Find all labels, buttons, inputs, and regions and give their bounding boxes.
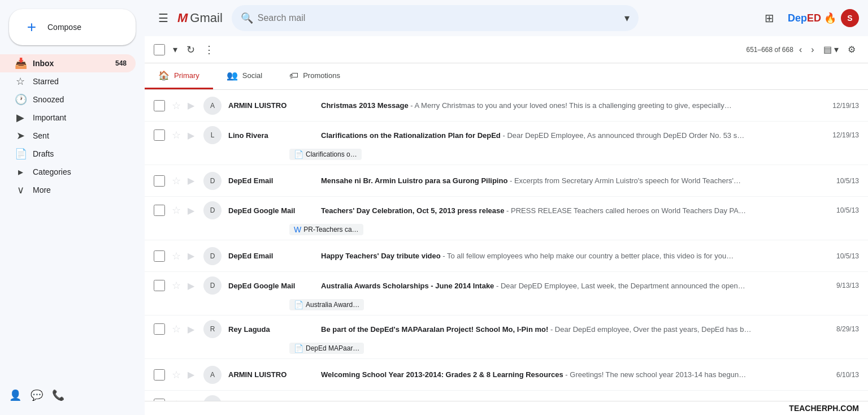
email-body: Welcoming School Year 2013-2014: Grades … xyxy=(321,370,830,379)
important-marker-icon[interactable]: ▶ xyxy=(188,250,194,261)
email-checkbox[interactable] xyxy=(154,100,165,111)
star-icon[interactable]: ☆ xyxy=(172,175,181,187)
email-attachment-row: 📄 Clarifications o… xyxy=(154,146,859,160)
sidebar-item-more[interactable]: ∨ More xyxy=(0,181,136,199)
refresh-button[interactable]: ↻ xyxy=(183,40,198,59)
select-all-checkbox[interactable] xyxy=(154,44,165,55)
email-checkbox[interactable] xyxy=(154,175,165,187)
prev-page-button[interactable]: ‹ xyxy=(796,41,805,58)
avatar: R xyxy=(203,320,222,338)
phone-icon[interactable]: 📞 xyxy=(52,389,64,401)
sidebar-item-categories[interactable]: ▸ Categories xyxy=(0,163,136,181)
sidebar-item-label: Important xyxy=(33,113,66,122)
select-dropdown-button[interactable]: ▾ xyxy=(170,41,181,58)
important-marker-icon[interactable]: ▶ xyxy=(188,369,194,380)
email-date: 9/13/13 xyxy=(836,282,859,289)
avatar: L xyxy=(203,126,222,144)
categories-icon: ▸ xyxy=(15,166,26,178)
important-marker-icon[interactable]: ▶ xyxy=(188,280,194,291)
email-row-main: ☆ ▶ D DepEd Email Mensahe ni Br. Armin L… xyxy=(154,172,859,190)
email-body: Christmas 2013 Message - A Merry Christm… xyxy=(321,101,826,110)
apps-button[interactable]: ⊞ xyxy=(760,7,779,29)
starred-icon: ☆ xyxy=(15,75,26,88)
star-icon[interactable]: ☆ xyxy=(172,323,181,335)
tab-promotions[interactable]: 🏷 Promotions xyxy=(276,63,354,89)
star-icon[interactable]: ☆ xyxy=(172,100,181,112)
email-row[interactable]: ☆ ▶ D DepEd Google Mail Australia Awards… xyxy=(145,272,868,315)
important-marker-icon[interactable]: ▶ xyxy=(188,324,194,335)
important-marker-icon[interactable]: ▶ xyxy=(188,205,194,216)
attachment-chip[interactable]: W PR-Teachers ca… xyxy=(289,224,363,235)
settings-button[interactable]: ⚙ xyxy=(844,41,859,58)
search-input[interactable] xyxy=(258,13,620,23)
tab-primary[interactable]: 🏠 Primary xyxy=(145,63,213,89)
attachment-name: PR-Teachers ca… xyxy=(303,226,358,234)
star-icon[interactable]: ☆ xyxy=(172,129,181,141)
sidebar-item-drafts[interactable]: 📄 Drafts xyxy=(0,145,136,163)
email-preview: - Excerpts from Secretary Armin Luistro'… xyxy=(510,176,741,185)
drafts-icon: 📄 xyxy=(15,148,26,160)
star-icon[interactable]: ☆ xyxy=(172,204,181,217)
email-date: 10/5/13 xyxy=(836,206,859,214)
email-row-main: ☆ ▶ L Lino Rivera Clarifications on the … xyxy=(154,126,859,144)
email-checkbox[interactable] xyxy=(154,280,165,291)
more-options-button[interactable]: ⋮ xyxy=(201,40,218,59)
view-toggle-button[interactable]: ▤ ▾ xyxy=(820,41,842,58)
email-row[interactable]: ☆ ▶ A ARMIN LUISTRO 2013 Graduation Mess… xyxy=(145,391,868,401)
sidebar-item-starred[interactable]: ☆ Starred xyxy=(0,72,136,90)
chat-icon[interactable]: 💬 xyxy=(31,389,43,401)
search-bar[interactable]: 🔍 ▾ xyxy=(232,5,639,31)
email-checkbox[interactable] xyxy=(154,323,165,335)
pdf-icon: 📄 xyxy=(294,150,303,159)
email-attachment-row: 📄 Australia Award… xyxy=(154,297,859,310)
email-date: 12/19/13 xyxy=(832,102,859,110)
sidebar-item-sent[interactable]: ➤ Sent xyxy=(0,127,136,145)
sidebar: + Compose 📥 Inbox 548 ☆ Starred 🕐 Snooze… xyxy=(0,0,145,415)
email-subject: Be part of the DepEd's MAPAaralan Projec… xyxy=(321,325,548,334)
important-marker-icon[interactable]: ▶ xyxy=(188,130,194,141)
avatar: A xyxy=(203,366,222,384)
email-checkbox[interactable] xyxy=(154,129,165,141)
email-row[interactable]: ☆ ▶ D DepEd Email Happy Teachers' Day tr… xyxy=(145,240,868,272)
email-checkbox[interactable] xyxy=(154,250,165,262)
gmail-m-icon: M xyxy=(177,11,188,25)
attachment-chip[interactable]: 📄 DepEd MAPaar… xyxy=(289,343,364,354)
main-content: ▾ ↻ ⋮ 651–668 of 668 ‹ › ▤ ▾ ⚙ 🏠 Prima xyxy=(145,36,868,415)
more-icon: ∨ xyxy=(15,184,26,196)
sidebar-item-snoozed[interactable]: 🕐 Snoozed xyxy=(0,90,136,109)
email-subject: Happy Teachers' Day tribute video xyxy=(321,252,441,260)
email-row[interactable]: ☆ ▶ A ARMIN LUISTRO Christmas 2013 Messa… xyxy=(145,90,868,122)
next-page-button[interactable]: › xyxy=(808,41,817,58)
important-marker-icon[interactable]: ▶ xyxy=(188,175,194,186)
email-subject: Teachers' Day Celebration, Oct 5, 2013 p… xyxy=(321,206,504,215)
star-icon[interactable]: ☆ xyxy=(172,250,181,262)
email-row[interactable]: ☆ ▶ R Rey Laguda Be part of the DepEd's … xyxy=(145,315,868,359)
avatar: A xyxy=(203,395,222,401)
email-row[interactable]: ☆ ▶ A ARMIN LUISTRO Welcoming School Yea… xyxy=(145,359,868,391)
email-row[interactable]: ☆ ▶ D DepEd Google Mail Teachers' Day Ce… xyxy=(145,197,868,240)
email-sender: DepEd Google Mail xyxy=(228,282,319,290)
star-icon[interactable]: ☆ xyxy=(172,369,181,381)
gmail-text: Gmail xyxy=(190,11,222,25)
email-checkbox[interactable] xyxy=(154,205,165,216)
account-button[interactable]: S xyxy=(841,9,859,27)
email-subject: Clarifications on the Rationalization Pl… xyxy=(321,131,501,140)
hamburger-button[interactable]: ☰ xyxy=(154,7,173,29)
compose-button[interactable]: + Compose xyxy=(9,9,136,45)
tab-social[interactable]: 👥 Social xyxy=(213,63,276,89)
email-checkbox[interactable] xyxy=(154,369,165,381)
sidebar-item-important[interactable]: ▶ Important xyxy=(0,109,136,127)
email-row[interactable]: ☆ ▶ L Lino Rivera Clarifications on the … xyxy=(145,122,868,165)
sidebar-item-inbox[interactable]: 📥 Inbox 548 xyxy=(0,54,136,72)
email-row-main: ☆ ▶ D DepEd Google Mail Australia Awards… xyxy=(154,276,859,295)
important-marker-icon[interactable]: ▶ xyxy=(188,100,194,111)
email-row[interactable]: ☆ ▶ D DepEd Email Mensahe ni Br. Armin L… xyxy=(145,165,868,197)
attachment-chip[interactable]: 📄 Clarifications o… xyxy=(289,149,362,160)
email-body: Be part of the DepEd's MAPAaralan Projec… xyxy=(321,325,830,334)
primary-tab-label: Primary xyxy=(174,71,199,80)
attachment-chip[interactable]: 📄 Australia Award… xyxy=(289,299,364,310)
add-account-icon[interactable]: 👤 xyxy=(9,389,21,401)
email-row-main: ☆ ▶ A ARMIN LUISTRO 2013 Graduation Mess… xyxy=(154,395,859,401)
search-dropdown-icon[interactable]: ▾ xyxy=(624,12,630,24)
star-icon[interactable]: ☆ xyxy=(172,279,181,292)
